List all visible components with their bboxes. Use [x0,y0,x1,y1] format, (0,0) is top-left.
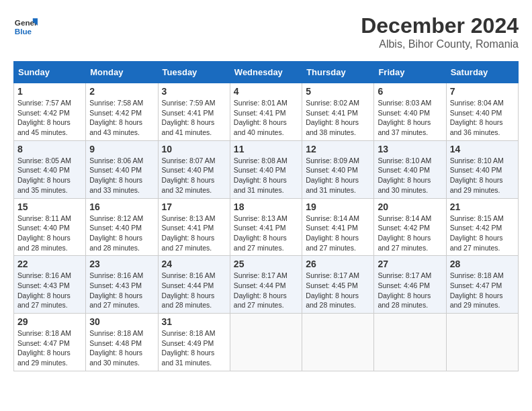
day-number: 24 [162,259,226,269]
calendar-week-row: 15 Sunrise: 8:11 AM Sunset: 4:40 PM Dayl… [14,198,519,256]
day-info: Sunrise: 8:18 AM Sunset: 4:48 PM Dayligh… [89,329,143,367]
day-number: 18 [234,201,298,212]
calendar-cell: 25 Sunrise: 8:17 AM Sunset: 4:44 PM Dayl… [230,256,302,314]
day-info: Sunrise: 8:13 AM Sunset: 4:41 PM Dayligh… [234,214,287,252]
day-info: Sunrise: 8:06 AM Sunset: 4:40 PM Dayligh… [89,156,143,194]
day-info: Sunrise: 7:59 AM Sunset: 4:41 PM Dayligh… [162,99,216,136]
day-number: 7 [450,86,515,97]
day-info: Sunrise: 7:58 AM Sunset: 4:42 PM Dayligh… [89,99,143,136]
day-info: Sunrise: 8:03 AM Sunset: 4:40 PM Dayligh… [378,99,431,136]
day-number: 8 [17,144,82,154]
calendar-cell: 1 Sunrise: 7:57 AM Sunset: 4:42 PM Dayli… [14,83,86,141]
page-subtitle: Albis, Bihor County, Romania [361,38,519,50]
calendar-cell: 15 Sunrise: 8:11 AM Sunset: 4:40 PM Dayl… [14,198,86,256]
day-number: 26 [306,259,370,269]
day-number: 21 [450,201,515,212]
calendar-cell: 18 Sunrise: 8:13 AM Sunset: 4:41 PM Dayl… [230,198,302,256]
calendar-cell: 21 Sunrise: 8:15 AM Sunset: 4:42 PM Dayl… [446,198,518,256]
calendar-cell: 7 Sunrise: 8:04 AM Sunset: 4:40 PM Dayli… [446,83,518,141]
calendar-cell: 31 Sunrise: 8:18 AM Sunset: 4:49 PM Dayl… [158,314,230,371]
page-title: December 2024 [361,13,519,38]
calendar-cell: 9 Sunrise: 8:06 AM Sunset: 4:40 PM Dayli… [86,140,158,198]
day-info: Sunrise: 8:01 AM Sunset: 4:41 PM Dayligh… [234,99,287,136]
calendar-cell: 17 Sunrise: 8:13 AM Sunset: 4:41 PM Dayl… [158,198,230,256]
calendar-day-header: Wednesday [230,62,302,83]
day-number: 16 [89,201,154,212]
calendar-cell [230,314,302,371]
day-info: Sunrise: 8:17 AM Sunset: 4:46 PM Dayligh… [378,271,431,309]
day-number: 3 [162,86,226,97]
day-number: 6 [378,86,442,97]
day-number: 9 [89,144,154,154]
calendar-cell: 28 Sunrise: 8:18 AM Sunset: 4:47 PM Dayl… [446,256,518,314]
calendar-cell: 11 Sunrise: 8:08 AM Sunset: 4:40 PM Dayl… [230,140,302,198]
day-info: Sunrise: 8:14 AM Sunset: 4:41 PM Dayligh… [306,214,359,252]
day-number: 11 [234,144,298,154]
calendar-cell: 23 Sunrise: 8:16 AM Sunset: 4:43 PM Dayl… [86,256,158,314]
calendar-cell: 14 Sunrise: 8:10 AM Sunset: 4:40 PM Dayl… [446,140,518,198]
calendar-cell: 6 Sunrise: 8:03 AM Sunset: 4:40 PM Dayli… [374,83,446,141]
day-number: 19 [306,201,370,212]
day-number: 2 [89,86,154,97]
calendar-day-header: Sunday [14,62,86,83]
day-info: Sunrise: 8:15 AM Sunset: 4:42 PM Dayligh… [450,214,504,252]
calendar-cell [374,314,446,371]
calendar-week-row: 1 Sunrise: 7:57 AM Sunset: 4:42 PM Dayli… [14,83,519,141]
calendar-cell: 10 Sunrise: 8:07 AM Sunset: 4:40 PM Dayl… [158,140,230,198]
calendar-cell [302,314,374,371]
calendar-week-row: 29 Sunrise: 8:18 AM Sunset: 4:47 PM Dayl… [14,314,519,371]
calendar-header-row: SundayMondayTuesdayWednesdayThursdayFrid… [14,62,519,83]
day-number: 29 [17,316,82,327]
calendar-day-header: Thursday [302,62,374,83]
title-area: December 2024 Albis, Bihor County, Roman… [361,13,519,50]
day-number: 30 [89,316,154,327]
day-info: Sunrise: 8:14 AM Sunset: 4:42 PM Dayligh… [378,214,431,252]
day-info: Sunrise: 8:10 AM Sunset: 4:40 PM Dayligh… [450,156,504,194]
calendar-day-header: Friday [374,62,446,83]
calendar-cell: 27 Sunrise: 8:17 AM Sunset: 4:46 PM Dayl… [374,256,446,314]
calendar-week-row: 8 Sunrise: 8:05 AM Sunset: 4:40 PM Dayli… [14,140,519,198]
calendar-cell: 2 Sunrise: 7:58 AM Sunset: 4:42 PM Dayli… [86,83,158,141]
calendar-cell: 8 Sunrise: 8:05 AM Sunset: 4:40 PM Dayli… [14,140,86,198]
day-info: Sunrise: 8:10 AM Sunset: 4:40 PM Dayligh… [378,156,431,194]
day-info: Sunrise: 8:08 AM Sunset: 4:40 PM Dayligh… [234,156,287,194]
day-number: 10 [162,144,226,154]
day-number: 12 [306,144,370,154]
day-info: Sunrise: 8:17 AM Sunset: 4:45 PM Dayligh… [306,271,359,309]
day-number: 15 [17,201,82,212]
day-number: 13 [378,144,442,154]
logo-icon: General Blue [13,13,38,38]
calendar-day-header: Tuesday [158,62,230,83]
day-info: Sunrise: 8:09 AM Sunset: 4:40 PM Dayligh… [306,156,359,194]
calendar-table: SundayMondayTuesdayWednesdayThursdayFrid… [13,61,519,371]
calendar-cell [446,314,518,371]
calendar-cell: 16 Sunrise: 8:12 AM Sunset: 4:40 PM Dayl… [86,198,158,256]
page-header: General Blue December 2024 Albis, Bihor … [13,13,519,50]
day-info: Sunrise: 8:16 AM Sunset: 4:44 PM Dayligh… [162,271,216,309]
day-info: Sunrise: 8:04 AM Sunset: 4:40 PM Dayligh… [450,99,504,136]
day-info: Sunrise: 8:11 AM Sunset: 4:40 PM Dayligh… [17,214,71,252]
calendar-cell: 29 Sunrise: 8:18 AM Sunset: 4:47 PM Dayl… [14,314,86,371]
calendar-cell: 13 Sunrise: 8:10 AM Sunset: 4:40 PM Dayl… [374,140,446,198]
day-info: Sunrise: 8:17 AM Sunset: 4:44 PM Dayligh… [234,271,287,309]
calendar-cell: 26 Sunrise: 8:17 AM Sunset: 4:45 PM Dayl… [302,256,374,314]
day-info: Sunrise: 8:18 AM Sunset: 4:49 PM Dayligh… [162,329,216,367]
day-number: 17 [162,201,226,212]
day-number: 28 [450,259,515,269]
day-number: 23 [89,259,154,269]
day-info: Sunrise: 8:02 AM Sunset: 4:41 PM Dayligh… [306,99,359,136]
calendar-cell: 30 Sunrise: 8:18 AM Sunset: 4:48 PM Dayl… [86,314,158,371]
calendar-cell: 4 Sunrise: 8:01 AM Sunset: 4:41 PM Dayli… [230,83,302,141]
calendar-day-header: Saturday [446,62,518,83]
day-info: Sunrise: 8:18 AM Sunset: 4:47 PM Dayligh… [450,271,504,309]
calendar-cell: 5 Sunrise: 8:02 AM Sunset: 4:41 PM Dayli… [302,83,374,141]
calendar-day-header: Monday [86,62,158,83]
calendar-cell: 20 Sunrise: 8:14 AM Sunset: 4:42 PM Dayl… [374,198,446,256]
day-number: 20 [378,201,442,212]
day-number: 22 [17,259,82,269]
day-number: 31 [162,316,226,327]
calendar-cell: 3 Sunrise: 7:59 AM Sunset: 4:41 PM Dayli… [158,83,230,141]
calendar-week-row: 22 Sunrise: 8:16 AM Sunset: 4:43 PM Dayl… [14,256,519,314]
day-info: Sunrise: 7:57 AM Sunset: 4:42 PM Dayligh… [17,99,71,136]
calendar-cell: 19 Sunrise: 8:14 AM Sunset: 4:41 PM Dayl… [302,198,374,256]
